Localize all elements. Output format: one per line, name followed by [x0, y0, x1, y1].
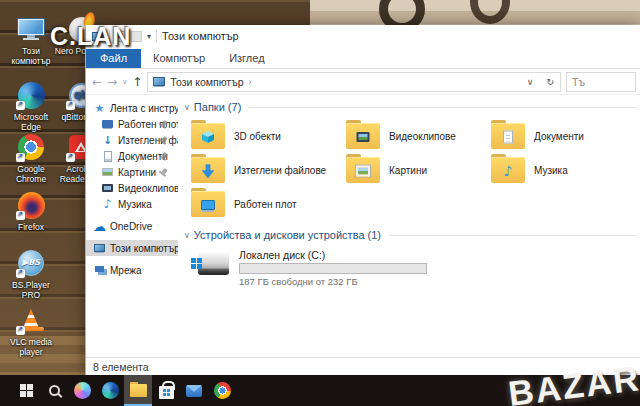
computer-icon	[94, 244, 105, 252]
folder-tile-videos[interactable]: Видеоклипове	[346, 119, 491, 153]
folder-pictures-icon	[346, 157, 380, 183]
quick-access-star-icon	[93, 102, 106, 115]
recent-locations-caret-icon[interactable]: ∨	[122, 78, 127, 86]
chrome-icon	[214, 382, 231, 399]
address-dropdown-caret-icon[interactable]: ∨	[523, 77, 538, 87]
edge-icon	[102, 382, 119, 399]
folder-tile-downloads[interactable]: Изтеглени файлове	[191, 153, 346, 187]
edge-icon	[16, 80, 46, 110]
music-icon	[101, 198, 114, 211]
videos-icon	[102, 184, 113, 192]
folder-tile-pictures[interactable]: Картини	[346, 153, 491, 187]
folder-tile-music[interactable]: Музика	[491, 153, 640, 187]
desktop-icon-vlc[interactable]: VLC media player	[4, 305, 58, 357]
forward-button[interactable]: →	[107, 75, 117, 89]
group-header-folders[interactable]: ∨ Папки (7)	[184, 99, 640, 115]
tab-computer[interactable]: Компютър	[141, 49, 217, 68]
folder-label: Документи	[534, 131, 584, 142]
windows-logo-icon	[20, 384, 33, 397]
sidebar-item-quick-access[interactable]: Лента с инструменти	[86, 100, 178, 116]
sidebar-item-pictures[interactable]: Картини	[86, 164, 178, 180]
sidebar-item-documents[interactable]: Документи	[86, 148, 178, 164]
sidebar-item-label: Този компютър	[110, 243, 178, 254]
bsplayer-icon	[16, 248, 46, 278]
folder-tile-3d-objects[interactable]: 3D обекти	[191, 119, 346, 153]
chevron-down-icon[interactable]: ∨	[184, 231, 190, 240]
sidebar-item-music[interactable]: Музика	[86, 196, 178, 212]
address-input[interactable]: Този компютър › ∨ ↻	[147, 72, 561, 92]
folder-tile-documents[interactable]: Документи	[491, 119, 640, 153]
computer-icon	[153, 77, 165, 86]
breadcrumb-caret-icon[interactable]: ›	[249, 77, 252, 87]
search-text: Тъ	[572, 76, 585, 88]
mail-button[interactable]	[180, 375, 208, 406]
tab-view[interactable]: Изглед	[217, 49, 276, 68]
folder-documents-icon	[491, 123, 525, 149]
shortcut-arrow-icon	[66, 101, 75, 110]
folder-tile-desktop[interactable]: Работен плот	[191, 187, 346, 221]
desktop-icon-firefox[interactable]: Firefox	[4, 190, 58, 232]
desktop-icon-edge[interactable]: Microsoft Edge	[4, 80, 58, 132]
qat-dropdown-caret-icon[interactable]: ▾	[147, 32, 151, 41]
folders-grid: 3D обекти Видеоклипове	[184, 119, 640, 221]
watermark-top-left: C.LAN	[50, 22, 131, 51]
pictures-icon	[102, 168, 113, 176]
disabled-icon[interactable]	[131, 31, 142, 42]
sidebar-item-label: Лента с инструменти	[110, 103, 178, 114]
folder-label: Видеоклипове	[389, 131, 456, 142]
up-button[interactable]: ↑	[132, 75, 142, 89]
search-button[interactable]	[40, 375, 68, 406]
shortcut-arrow-icon	[16, 211, 25, 220]
pin-icon	[156, 166, 170, 180]
sidebar-item-videos[interactable]: Видеоклипове	[86, 180, 178, 196]
ribbon-tabs: Файл Компютър Изглед	[86, 47, 640, 69]
sidebar-item-label: Видеоклипове	[118, 183, 178, 194]
search-input[interactable]: Тъ	[566, 72, 636, 92]
shortcut-arrow-icon	[16, 269, 25, 278]
refresh-icon[interactable]: ↻	[542, 77, 558, 87]
chrome-button[interactable]	[208, 375, 236, 406]
copilot-icon	[74, 382, 91, 399]
screen: Този компютър Nero Portable Microsoft Ed…	[0, 0, 640, 406]
explorer-content: Лента с инструменти Работен плот Изтегле…	[86, 95, 640, 357]
navigation-pane: Лента с инструменти Работен плот Изтегле…	[86, 95, 178, 357]
store-button[interactable]	[152, 375, 180, 406]
copilot-button[interactable]	[68, 375, 96, 406]
sidebar-item-downloads[interactable]: Изтеглени файлове	[86, 132, 178, 148]
desktop-icon-label: Microsoft Edge	[14, 112, 48, 132]
sidebar-item-onedrive[interactable]: OneDrive	[86, 218, 178, 234]
file-explorer-window: ✔ ▾ Този компютър Файл Компютър Изглед ←…	[85, 25, 640, 375]
edge-button[interactable]	[96, 375, 124, 406]
sidebar-item-label: Мрежа	[110, 265, 142, 276]
group-header-devices[interactable]: ∨ Устройства и дискови устройства (1)	[184, 227, 640, 243]
chevron-down-icon[interactable]: ∨	[184, 103, 190, 112]
tab-file[interactable]: Файл	[86, 49, 141, 68]
folder-label: Музика	[534, 165, 568, 176]
desktop-icon-label: Този компютър	[11, 46, 50, 66]
start-button[interactable]	[12, 375, 40, 406]
shortcut-arrow-icon	[16, 101, 25, 110]
sidebar-item-this-pc[interactable]: Този компютър	[86, 240, 178, 256]
sidebar-item-label: Картини	[118, 167, 156, 178]
drive-tile-c[interactable]: Локален диск (C:) 187 ГБ свободни от 232…	[184, 249, 640, 287]
shortcut-arrow-icon	[66, 153, 75, 162]
documents-icon	[104, 151, 112, 162]
titlebar[interactable]: ✔ ▾ Този компютър	[86, 25, 640, 47]
sidebar-item-network[interactable]: Мрежа	[86, 262, 178, 278]
shortcut-arrow-icon	[16, 326, 25, 335]
folder-downloads-icon	[191, 157, 225, 183]
folder-3d-objects-icon	[191, 123, 225, 149]
breadcrumb-segment[interactable]: Този компютър	[170, 76, 243, 88]
desktop-icon-bsplayer[interactable]: BS.Player PRO	[4, 248, 58, 300]
this-pc-icon	[16, 14, 46, 44]
group-header-label: Папки (7)	[194, 101, 241, 113]
drive-info: Локален диск (C:) 187 ГБ свободни от 232…	[239, 249, 427, 287]
folder-music-icon	[491, 157, 525, 183]
file-explorer-button[interactable]	[124, 375, 152, 406]
chrome-icon	[16, 132, 46, 162]
sidebar-item-desktop[interactable]: Работен плот	[86, 116, 178, 132]
back-button[interactable]: ←	[92, 75, 102, 89]
drive-usage-bar	[239, 263, 427, 274]
item-count: 8 елемента	[93, 361, 149, 373]
desktop-icon-chrome[interactable]: Google Chrome	[4, 132, 58, 184]
